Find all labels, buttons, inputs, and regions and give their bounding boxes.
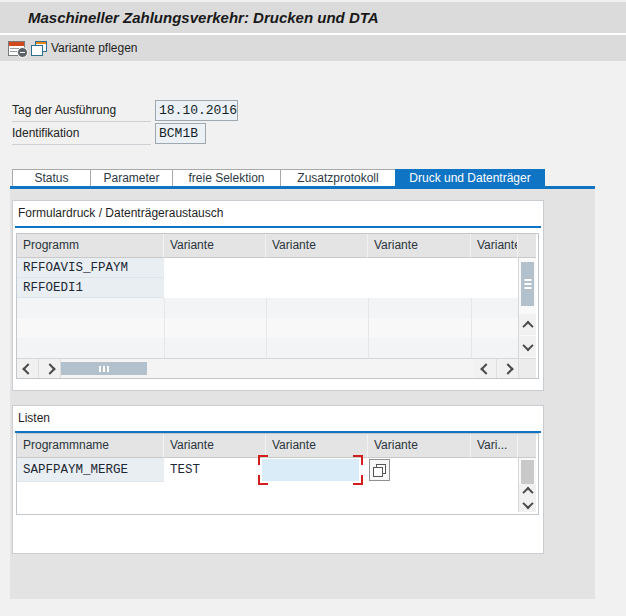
lists-table: Programmname Variante Variante Variante … <box>16 433 539 515</box>
scroll-right-button[interactable] <box>39 359 61 378</box>
focus-corner-icon <box>353 455 363 465</box>
table-cell-programm[interactable]: RFFOEDI1 <box>17 278 164 298</box>
column-header-corner <box>518 434 536 458</box>
scroll-up-button[interactable] <box>519 314 536 335</box>
column-header-corner <box>518 234 536 258</box>
table-cell-variante[interactable]: TEST <box>164 458 266 482</box>
chevron-up-icon <box>522 320 533 331</box>
list-display-button[interactable] <box>8 38 25 58</box>
tab-strip: Status Parameter freie Selektion Zusatzp… <box>12 169 545 186</box>
identification-field[interactable]: BCM1B <box>155 123 206 144</box>
overlapping-windows-icon <box>373 464 386 477</box>
sap-window: { "window": { "title": "Maschineller Zah… <box>0 0 626 616</box>
tab-status[interactable]: Status <box>12 169 91 186</box>
maintain-variant-icon <box>31 41 47 56</box>
vertical-scrollbar-thumb[interactable] <box>521 262 534 306</box>
table-cell-programmname[interactable]: SAPFPAYM_MERGE <box>17 458 164 482</box>
focus-corner-icon <box>258 475 268 485</box>
vertical-scrollbar-thumb[interactable] <box>521 460 534 485</box>
tab-parameter[interactable]: Parameter <box>90 169 173 186</box>
form-print-title-rule <box>15 226 541 228</box>
form-print-section-title: Formulardruck / Datenträgeraustausch <box>18 206 223 220</box>
window-title-bar: Maschineller Zahlungsverkehr: Drucken un… <box>0 2 626 33</box>
column-header-variante-4[interactable]: Vari... <box>471 434 518 458</box>
maintain-variant-label: Variante pflegen <box>51 41 138 55</box>
column-header-programm[interactable]: Programm <box>17 234 164 258</box>
scroll-up-button[interactable] <box>519 484 536 498</box>
table-row[interactable] <box>164 258 518 278</box>
scroll-left-button[interactable] <box>17 359 39 378</box>
horizontal-scrollbar[interactable] <box>17 358 536 378</box>
chevron-right-icon <box>502 363 513 374</box>
lists-section-title: Listen <box>18 411 50 425</box>
empty-table-row <box>17 298 518 318</box>
tab-zusatzprotokoll[interactable]: Zusatzprotokoll <box>280 169 396 186</box>
chevron-down-icon <box>522 498 533 509</box>
scrollbar-corner <box>518 359 536 378</box>
column-header-variante-3[interactable]: Variante <box>368 234 471 258</box>
execution-date-field[interactable]: 18.10.2016 <box>155 100 238 121</box>
chevron-up-icon <box>522 487 533 498</box>
focus-corner-icon <box>258 455 268 465</box>
column-header-variante-3[interactable]: Variante <box>368 434 471 458</box>
empty-table-row <box>17 338 518 358</box>
variant-value-help-button[interactable] <box>369 459 390 481</box>
tab-freie-selektion[interactable]: freie Selektion <box>172 169 281 186</box>
table-cell-programm[interactable]: RFFOAVIS_FPAYM <box>17 258 164 278</box>
scroll-right-button[interactable] <box>497 359 519 378</box>
scroll-down-button[interactable] <box>519 498 536 512</box>
chevron-right-icon <box>44 363 55 374</box>
application-toolbar: Variante pflegen <box>0 35 626 61</box>
column-header-variante-1[interactable]: Variante <box>164 434 266 458</box>
page-title: Maschineller Zahlungsverkehr: Drucken un… <box>28 2 379 33</box>
empty-table-row <box>17 318 518 338</box>
vertical-scrollbar[interactable] <box>518 258 536 358</box>
scroll-down-button[interactable] <box>519 336 536 357</box>
table-row[interactable] <box>164 278 518 298</box>
alv-list-icon <box>8 41 25 56</box>
selected-variant-cell[interactable] <box>262 459 359 481</box>
tab-druck-und-datentraeger[interactable]: Druck und Datenträger <box>395 169 545 186</box>
vertical-scrollbar[interactable] <box>518 458 536 512</box>
focus-corner-icon <box>353 475 363 485</box>
chevron-down-icon <box>522 339 533 350</box>
column-header-variante-2[interactable]: Variante <box>266 234 368 258</box>
chevron-left-icon <box>480 363 491 374</box>
identification-label: Identifikation <box>12 123 151 145</box>
horizontal-scrollbar-thumb[interactable] <box>61 362 147 375</box>
form-print-table: Programm Variante Variante Variante Vari… <box>16 233 539 379</box>
column-header-programmname[interactable]: Programmname <box>17 434 164 458</box>
column-header-variante-1[interactable]: Variante <box>164 234 266 258</box>
column-header-variante-4[interactable]: Variante <box>471 234 518 258</box>
chevron-left-icon <box>22 363 33 374</box>
maintain-variant-button[interactable]: Variante pflegen <box>31 38 138 58</box>
execution-date-label: Tag der Ausführung <box>12 100 151 122</box>
scroll-left-button[interactable] <box>475 359 497 378</box>
